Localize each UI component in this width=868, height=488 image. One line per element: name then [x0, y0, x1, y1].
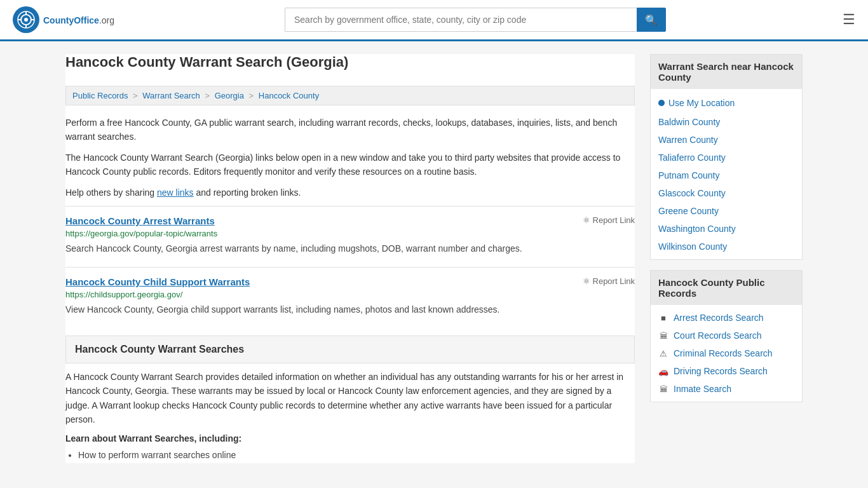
sidebar-glascock-county[interactable]: Glascock County [651, 184, 802, 202]
criminal-records-label: Criminal Records Search [674, 348, 773, 358]
warrant-searches-body: A Hancock County Warrant Search provides… [65, 370, 635, 427]
logo-icon [13, 6, 39, 33]
sidebar-nearby-body: Use My Location Baldwin County Warren Co… [651, 89, 802, 259]
page-title: Hancock County Warrant Search (Georgia) [65, 54, 635, 78]
bullet-0: How to perform warrant searches online [78, 447, 635, 463]
record-item-1: Hancock County Child Support Warrants ⚛ … [65, 267, 635, 325]
breadcrumb-sep3: > [249, 91, 254, 100]
location-dot-icon [658, 100, 665, 106]
criminal-records-icon: ⚠ [658, 349, 668, 358]
main-container: Hancock County Warrant Search (Georgia) … [53, 41, 815, 476]
arrest-records-icon: ■ [658, 313, 668, 323]
record-item-1-header: Hancock County Child Support Warrants ⚛ … [65, 276, 635, 287]
record-1-report-link[interactable]: ⚛ Report Link [583, 276, 635, 286]
report-icon-1: ⚛ [583, 276, 590, 286]
new-links-link[interactable]: new links [157, 187, 194, 198]
main-content: Hancock County Warrant Search (Georgia) … [65, 54, 635, 463]
header-right: ☰ [836, 11, 855, 28]
record-0-desc: Search Hancock County, Georgia arrest wa… [65, 242, 635, 255]
search-bar: 🔍 [285, 8, 666, 32]
search-button[interactable]: 🔍 [637, 8, 666, 32]
breadcrumb-warrant-search[interactable]: Warrant Search [142, 91, 200, 100]
sidebar-arrest-records[interactable]: ■ Arrest Records Search [651, 309, 802, 327]
arrest-records-label: Arrest Records Search [674, 313, 764, 323]
use-location-button[interactable]: Use My Location [651, 93, 802, 113]
breadcrumb-public-records[interactable]: Public Records [72, 91, 128, 100]
breadcrumb: Public Records > Warrant Search > Georgi… [65, 86, 635, 105]
sidebar-taliaferro-county[interactable]: Taliaferro County [651, 149, 802, 166]
court-records-label: Court Records Search [674, 330, 762, 341]
sidebar-nearby-section: Warrant Search near Hancock County Use M… [650, 54, 803, 260]
sidebar-wilkinson-county[interactable]: Wilkinson County [651, 238, 802, 255]
description-3: Help others by sharing new links and rep… [65, 186, 635, 200]
record-0-title[interactable]: Hancock County Arrest Warrants [65, 215, 215, 226]
court-records-icon: 🏛 [658, 331, 668, 341]
sidebar-baldwin-county[interactable]: Baldwin County [651, 113, 802, 131]
description-1: Perform a free Hancock County, GA public… [65, 116, 635, 144]
sidebar-public-records-body: ■ Arrest Records Search 🏛 Court Records … [651, 305, 802, 402]
breadcrumb-hancock[interactable]: Hancock County [259, 91, 319, 100]
breadcrumb-sep1: > [133, 91, 138, 100]
sidebar-nearby-heading: Warrant Search near Hancock County [651, 55, 802, 89]
breadcrumb-sep2: > [205, 91, 210, 100]
sidebar-court-records[interactable]: 🏛 Court Records Search [651, 327, 802, 344]
sidebar-warren-county[interactable]: Warren County [651, 131, 802, 149]
sidebar-putnam-county[interactable]: Putnam County [651, 166, 802, 184]
driving-records-icon: 🚗 [658, 367, 668, 376]
breadcrumb-georgia[interactable]: Georgia [215, 91, 244, 100]
description-2: The Hancock County Warrant Search (Georg… [65, 151, 635, 179]
sidebar: Warrant Search near Hancock County Use M… [650, 54, 803, 463]
menu-icon[interactable]: ☰ [843, 11, 855, 28]
sidebar-inmate-search[interactable]: 🏛 Inmate Search [651, 380, 802, 398]
warrant-searches-heading: Hancock County Warrant Searches [75, 344, 625, 355]
sidebar-public-records-section: Hancock County Public Records ■ Arrest R… [650, 270, 803, 402]
sidebar-criminal-records[interactable]: ⚠ Criminal Records Search [651, 344, 802, 362]
sidebar-driving-records[interactable]: 🚗 Driving Records Search [651, 362, 802, 380]
inmate-search-label: Inmate Search [674, 384, 731, 394]
record-item-0-header: Hancock County Arrest Warrants ⚛ Report … [65, 215, 635, 226]
record-1-title[interactable]: Hancock County Child Support Warrants [65, 276, 250, 287]
warrant-searches-section: Hancock County Warrant Searches [65, 336, 635, 363]
use-location-label: Use My Location [668, 98, 735, 108]
svg-point-2 [24, 18, 28, 22]
inmate-search-icon: 🏛 [658, 384, 668, 394]
logo-text: CountyOffice.org [43, 13, 114, 27]
record-0-url[interactable]: https://georgia.gov/popular-topic/warran… [65, 229, 635, 238]
logo-area: CountyOffice.org [13, 6, 114, 33]
driving-records-label: Driving Records Search [674, 366, 768, 376]
bullet-list: How to perform warrant searches online [78, 447, 635, 463]
sidebar-greene-county[interactable]: Greene County [651, 202, 802, 220]
sidebar-public-records-heading: Hancock County Public Records [651, 271, 802, 305]
record-item-0: Hancock County Arrest Warrants ⚛ Report … [65, 206, 635, 264]
report-icon-0: ⚛ [583, 215, 590, 225]
record-1-url[interactable]: https://childsupport.georgia.gov/ [65, 290, 635, 299]
record-0-report-link[interactable]: ⚛ Report Link [583, 215, 635, 225]
sidebar-washington-county[interactable]: Washington County [651, 220, 802, 238]
search-input[interactable] [285, 8, 637, 32]
learn-heading: Learn about Warrant Searches, including: [65, 433, 635, 444]
header: CountyOffice.org 🔍 ☰ [0, 0, 868, 41]
record-1-desc: View Hancock County, Georgia child suppo… [65, 303, 635, 316]
